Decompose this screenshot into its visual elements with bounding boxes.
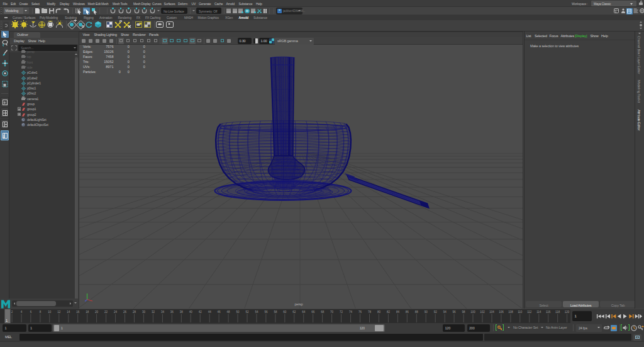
svg-text:46: 46	[218, 310, 221, 314]
svg-text:114: 114	[536, 310, 541, 314]
svg-text:30: 30	[142, 310, 146, 314]
svg-text:32: 32	[152, 310, 155, 314]
svg-text:24: 24	[114, 310, 118, 314]
svg-text:102: 102	[480, 310, 485, 314]
svg-text:98: 98	[462, 310, 466, 314]
svg-text:36: 36	[170, 310, 174, 314]
svg-text:68: 68	[321, 310, 325, 314]
svg-text:96: 96	[453, 310, 457, 314]
svg-text:90: 90	[425, 310, 428, 314]
svg-text:106: 106	[499, 310, 504, 314]
svg-text:28: 28	[133, 310, 136, 314]
svg-text:12: 12	[57, 310, 61, 314]
svg-text:92: 92	[434, 310, 438, 314]
svg-text:22: 22	[104, 310, 108, 314]
svg-text:74: 74	[349, 310, 353, 314]
svg-text:100: 100	[470, 310, 475, 314]
svg-text:14: 14	[67, 310, 70, 314]
svg-text:82: 82	[387, 310, 391, 314]
svg-text:44: 44	[208, 310, 212, 314]
svg-text:10: 10	[48, 310, 52, 314]
svg-text:78: 78	[368, 310, 372, 314]
svg-text:52: 52	[245, 310, 249, 314]
svg-text:88: 88	[415, 310, 419, 314]
svg-text:120: 120	[565, 310, 570, 314]
svg-text:20: 20	[95, 310, 99, 314]
svg-text:56: 56	[264, 310, 268, 314]
svg-text:112: 112	[527, 310, 532, 314]
svg-text:38: 38	[180, 310, 184, 314]
svg-text:62: 62	[292, 310, 296, 314]
svg-text:76: 76	[358, 310, 362, 314]
svg-text:54: 54	[255, 310, 258, 314]
svg-text:70: 70	[330, 310, 334, 314]
svg-text:48: 48	[227, 310, 231, 314]
svg-text:1: 1	[6, 319, 8, 322]
svg-text:72: 72	[340, 310, 343, 314]
svg-text:50: 50	[236, 310, 240, 314]
svg-text:84: 84	[396, 310, 400, 314]
svg-text:64: 64	[302, 310, 306, 314]
svg-text:108: 108	[508, 310, 513, 314]
svg-text:42: 42	[199, 310, 203, 314]
svg-text:80: 80	[377, 310, 381, 314]
svg-text:86: 86	[406, 310, 409, 314]
svg-text:94: 94	[443, 310, 447, 314]
svg-text:118: 118	[555, 310, 560, 314]
svg-text:40: 40	[189, 310, 193, 314]
svg-text:116: 116	[546, 310, 551, 314]
svg-text:34: 34	[161, 310, 165, 314]
svg-text:18: 18	[86, 310, 89, 314]
svg-text:110: 110	[518, 310, 523, 314]
svg-text:104: 104	[489, 310, 494, 314]
svg-text:66: 66	[311, 310, 315, 314]
svg-text:58: 58	[274, 310, 277, 314]
svg-text:16: 16	[76, 310, 80, 314]
svg-text:60: 60	[283, 310, 287, 314]
svg-text:26: 26	[123, 310, 127, 314]
